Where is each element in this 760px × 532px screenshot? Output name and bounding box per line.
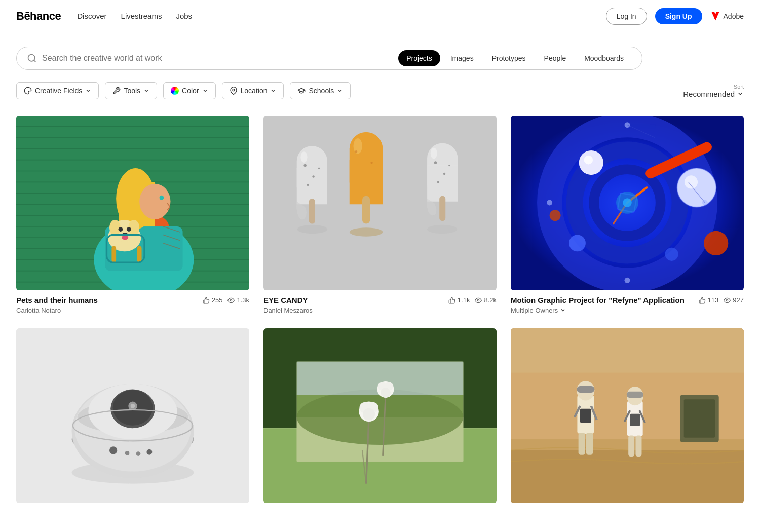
tools-label: Tools: [124, 87, 140, 95]
svg-rect-141: [580, 408, 591, 422]
adobe-icon: [710, 11, 720, 21]
svg-line-1: [34, 60, 36, 62]
tab-people[interactable]: People: [536, 50, 575, 66]
views-count: 8.2k: [484, 296, 497, 304]
tab-images[interactable]: Images: [442, 50, 482, 66]
dropdown-icon[interactable]: [560, 307, 566, 313]
svg-point-68: [478, 299, 480, 301]
eye-icon: [227, 297, 235, 304]
svg-point-105: [125, 451, 130, 455]
thumbs-up-icon: [699, 297, 706, 304]
svg-rect-140: [586, 432, 593, 454]
project-title: Pets and their humans: [16, 295, 203, 306]
likes-count: 113: [708, 296, 719, 304]
svg-rect-144: [627, 391, 643, 397]
sort-value: Recommended: [683, 90, 744, 98]
eye-icon: [475, 297, 482, 304]
project-meta: [263, 508, 497, 509]
svg-point-75: [584, 156, 593, 165]
likes-stat: 113: [699, 296, 719, 304]
signup-button[interactable]: Sign Up: [655, 8, 702, 24]
svg-point-29: [109, 220, 121, 236]
svg-rect-139: [579, 432, 585, 454]
project-card[interactable]: EYE CANDY 1.1k 8.2k Daniel Meszaros: [263, 116, 497, 314]
svg-rect-148: [635, 435, 641, 457]
nav-jobs[interactable]: Jobs: [176, 12, 192, 20]
search-section: Projects Images Prototypes People Moodbo…: [0, 32, 760, 78]
nav-discover[interactable]: Discover: [77, 12, 106, 20]
project-meta: Pets and their humans 255 1.3k: [16, 295, 249, 306]
sort-label: Sort: [734, 84, 744, 90]
filter-schools[interactable]: Schools: [290, 82, 351, 99]
color-label: Color: [182, 87, 199, 95]
project-thumbnail: [16, 328, 249, 503]
likes-count: 1.1k: [458, 296, 470, 304]
nav-livestreams[interactable]: Livestreams: [121, 12, 162, 20]
project-stats: 255 1.3k: [203, 295, 249, 304]
project-card[interactable]: [511, 328, 744, 510]
project-thumbnail: [263, 116, 497, 290]
filter-location[interactable]: Location: [222, 82, 284, 99]
svg-point-65: [297, 225, 327, 234]
chevron-down-icon-4: [270, 88, 276, 94]
svg-point-66: [350, 227, 383, 237]
project-author: Multiple Owners: [511, 307, 744, 314]
header: Bēhance Discover Livestreams Jobs Log In…: [0, 0, 760, 32]
filter-color[interactable]: Color: [163, 82, 215, 99]
tab-projects[interactable]: Projects: [398, 50, 440, 66]
creative-fields-label: Creative Fields: [35, 87, 82, 95]
views-stat: 1.3k: [227, 296, 249, 304]
svg-point-32: [127, 227, 131, 232]
search-bar: Projects Images Prototypes People Moodbo…: [16, 47, 642, 70]
svg-point-54: [318, 167, 320, 169]
chevron-down-icon-5: [337, 88, 343, 94]
svg-point-62: [448, 165, 450, 166]
svg-point-79: [704, 231, 728, 255]
views-count: 927: [733, 296, 744, 304]
svg-point-93: [623, 198, 632, 207]
search-tabs: Projects Images Prototypes People Moodbo…: [394, 47, 636, 69]
filter-creative-fields[interactable]: Creative Fields: [16, 82, 99, 99]
svg-rect-35: [111, 246, 116, 262]
project-title: Motion Graphic Project for "Refyne" Appl…: [511, 295, 699, 306]
project-meta: [511, 508, 744, 509]
adobe-logo: Adobe: [710, 11, 744, 21]
project-title: EYE CANDY: [263, 295, 448, 306]
tools-icon: [112, 87, 121, 95]
header-actions: Log In Sign Up Adobe: [606, 8, 744, 25]
login-button[interactable]: Log In: [606, 8, 647, 25]
svg-rect-149: [630, 413, 640, 426]
sort-dropdown[interactable]: Sort Recommended: [683, 84, 744, 98]
tab-prototypes[interactable]: Prototypes: [484, 50, 534, 66]
svg-rect-49: [309, 199, 315, 223]
search-input[interactable]: [42, 54, 390, 63]
project-thumbnail: [511, 328, 744, 503]
svg-point-41: [231, 299, 233, 301]
project-card[interactable]: [263, 328, 497, 510]
svg-rect-131: [511, 450, 744, 503]
location-icon: [230, 87, 238, 95]
likes-count: 255: [212, 296, 223, 304]
svg-point-61: [437, 181, 439, 183]
svg-point-50: [300, 151, 307, 163]
svg-point-94: [727, 299, 729, 301]
project-author: Carlotta Notaro: [16, 307, 249, 314]
svg-point-51: [303, 164, 306, 167]
filter-tools[interactable]: Tools: [105, 82, 157, 99]
adobe-label: Adobe: [724, 12, 744, 20]
project-card[interactable]: [16, 328, 249, 510]
behance-logo[interactable]: Bēhance: [16, 10, 61, 23]
svg-point-59: [434, 161, 437, 164]
location-label: Location: [241, 87, 268, 95]
svg-point-52: [312, 175, 314, 177]
color-icon: [171, 87, 179, 95]
tab-moodboards[interactable]: Moodboards: [576, 50, 632, 66]
likes-stat: 1.1k: [448, 296, 470, 304]
svg-point-2: [233, 89, 235, 91]
project-thumbnail: [511, 116, 744, 290]
project-card[interactable]: Pets and their humans 255 1.3k Carlotta …: [16, 116, 249, 314]
svg-rect-45: [362, 196, 370, 224]
svg-point-53: [307, 184, 309, 186]
project-card[interactable]: Motion Graphic Project for "Refyne" Appl…: [511, 116, 744, 314]
svg-point-106: [136, 451, 141, 456]
